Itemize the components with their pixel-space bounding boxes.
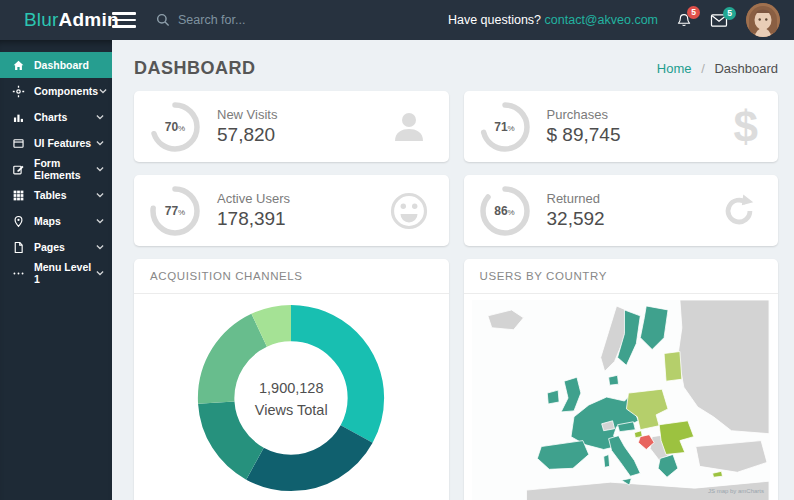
sidebar-item-components[interactable]: Components: [0, 78, 112, 104]
sidebar-item-label: Charts: [34, 111, 95, 123]
percent-sign: %: [178, 124, 185, 133]
progress-arc: 71%: [478, 100, 532, 154]
europe-map-svg[interactable]: [472, 300, 769, 500]
panel-title: USERS BY COUNTRY: [464, 259, 779, 294]
sidebar-item-label: Components: [34, 85, 98, 97]
topbar-right: Have questions? contact@akveo.com 5 5: [448, 3, 794, 37]
sidebar-item-label: Maps: [34, 215, 95, 227]
europe-map-chart[interactable]: [472, 300, 771, 500]
home-icon: [12, 59, 25, 72]
map-pin-icon: [12, 215, 25, 228]
edit-icon: [12, 163, 25, 176]
user-avatar[interactable]: [746, 3, 780, 37]
stat-value: 178,391: [217, 208, 389, 230]
stat-percent: 70: [165, 120, 178, 134]
stat-label: New Visits: [217, 107, 389, 122]
stat-value: 32,592: [547, 208, 721, 230]
sidebar-item-menu-level-1[interactable]: Menu Level 1: [0, 260, 112, 286]
map-region-uk: [561, 377, 581, 412]
sidebar-item-maps[interactable]: Maps: [0, 208, 112, 234]
stat-card-purchases: 71% Purchases $ 89,745 $: [464, 91, 779, 162]
map-region-greece: [658, 454, 678, 477]
page-title: DASHBOARD: [134, 58, 256, 79]
dollar-icon: $: [734, 105, 758, 149]
notifications-bell[interactable]: 5: [676, 12, 692, 29]
map-region-iceland: [487, 310, 523, 330]
contact-email-link[interactable]: contact@akveo.com: [545, 13, 658, 27]
sidebar-item-label: Pages: [34, 241, 95, 253]
stat-label: Active Users: [217, 191, 389, 206]
breadcrumb-home-link[interactable]: Home: [657, 61, 692, 76]
logo-blur: Blur: [24, 9, 59, 30]
views-total-value: 1,900,128: [259, 378, 324, 400]
stat-cards-grid: 70% New Visits 57,820 71% P: [134, 91, 778, 246]
map-region-turkey: [695, 441, 766, 473]
donut-center-label: 1,900,128 Views Total: [195, 302, 387, 498]
progress-arc: 86%: [478, 184, 532, 238]
acquisition-donut-chart[interactable]: 1,900,128 Views Total: [195, 302, 387, 498]
smiley-icon: [389, 191, 429, 231]
person-icon: [389, 108, 429, 146]
refresh-icon: [720, 192, 758, 230]
sidebar-item-label: Dashboard: [34, 59, 105, 71]
sidebar-item-form-elements[interactable]: Form Elements: [0, 156, 112, 182]
menu-toggle-icon[interactable]: [112, 12, 136, 28]
stat-card-returned: 86% Returned 32,592: [464, 175, 779, 246]
views-total-caption: Views Total: [255, 400, 328, 422]
panels-grid: ACQUISITION CHANNELS 1,900,128 Views Tot…: [134, 259, 778, 500]
stat-value: $ 89,745: [547, 124, 734, 146]
search-box: [156, 13, 328, 27]
chevron-down-icon: [95, 217, 105, 225]
messages[interactable]: 5: [710, 13, 728, 28]
search-input[interactable]: [178, 13, 328, 27]
sidebar-item-pages[interactable]: Pages: [0, 234, 112, 260]
help-text: Have questions? contact@akveo.com: [448, 13, 658, 27]
user-avatar-image: [746, 3, 780, 37]
topbar: BlurAdmin Have questions? contact@akveo.…: [0, 0, 794, 40]
stat-card-new-visits: 70% New Visits 57,820: [134, 91, 449, 162]
stat-percent: 86: [494, 204, 507, 218]
bell-badge: 5: [687, 6, 700, 19]
dots-icon: [12, 267, 25, 280]
percent-sign: %: [178, 208, 185, 217]
breadcrumb-separator: /: [701, 61, 705, 76]
chevron-down-icon: [95, 243, 105, 251]
map-region-ireland: [547, 390, 559, 404]
panel-title: ACQUISITION CHANNELS: [134, 259, 449, 294]
chevron-down-icon: [98, 87, 108, 95]
sidebar-item-label: UI Features: [34, 137, 95, 149]
search-icon: [156, 13, 170, 27]
stat-percent: 77: [165, 204, 178, 218]
app-logo[interactable]: BlurAdmin: [0, 9, 104, 31]
sidebar-item-dashboard[interactable]: Dashboard: [0, 52, 112, 78]
stat-label: Returned: [547, 191, 721, 206]
chevron-down-icon: [95, 269, 105, 277]
window-icon: [12, 137, 25, 150]
chevron-down-icon: [95, 113, 105, 121]
map-region-sardinia: [603, 454, 609, 467]
sidebar-item-charts[interactable]: Charts: [0, 104, 112, 130]
percent-sign: %: [508, 208, 515, 217]
table-grid-icon: [12, 189, 25, 202]
map-region-iberia: [537, 441, 588, 470]
sidebar: Dashboard Components Charts UI Features: [0, 40, 112, 500]
progress-arc: 70%: [148, 100, 202, 154]
sidebar-item-tables[interactable]: Tables: [0, 182, 112, 208]
breadcrumb: Home / Dashboard: [657, 61, 778, 76]
chevron-down-icon: [95, 139, 105, 147]
map-region-italy: [608, 436, 640, 477]
map-region-baltics: [664, 352, 682, 382]
percent-sign: %: [508, 124, 515, 133]
stat-label: Purchases: [547, 107, 734, 122]
map-region-east-europe: [677, 300, 768, 434]
map-attribution: JS map by amCharts: [708, 488, 764, 494]
main-content: DASHBOARD Home / Dashboard 70% New Visit…: [112, 40, 794, 500]
chevron-down-icon: [95, 191, 105, 199]
stat-value: 57,820: [217, 124, 389, 146]
sidebar-item-ui-features[interactable]: UI Features: [0, 130, 112, 156]
logo-admin: Admin: [59, 9, 119, 30]
progress-arc: 77%: [148, 184, 202, 238]
map-region-denmark: [608, 375, 618, 385]
stat-percent: 71: [494, 120, 507, 134]
sidebar-item-label: Form Elements: [34, 157, 95, 181]
